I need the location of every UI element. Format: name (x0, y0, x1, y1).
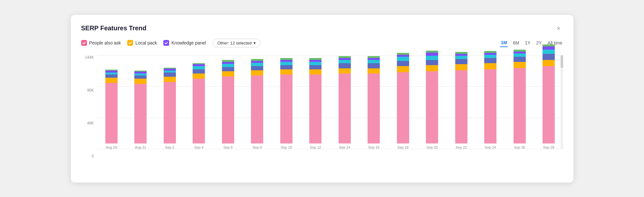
bar-stack[interactable] (339, 56, 351, 143)
bar-segment-pink (164, 82, 176, 143)
card-title: SERP Features Trend (81, 25, 147, 32)
bar-stack[interactable] (543, 44, 555, 143)
bar-segment-blue (164, 73, 176, 77)
legend-checkbox-people-also-ask (81, 40, 87, 46)
bar-segment-blue (514, 57, 526, 62)
bar-group: Sep 12 (301, 58, 330, 149)
x-axis-label: Sep 10 (281, 145, 292, 149)
bar-stack[interactable] (484, 51, 496, 143)
close-button[interactable]: × (554, 24, 563, 33)
x-axis-label: Sep 22 (456, 145, 467, 149)
bar-group: Sep 28 (534, 44, 563, 149)
time-range-6m[interactable]: 6M (512, 39, 520, 47)
bar-segment-orange (514, 62, 526, 68)
bar-group: Sep 6 (214, 60, 243, 149)
bar-group: Sep 24 (476, 51, 505, 149)
bar-segment-blue (105, 74, 118, 78)
legend-item-knowledge-panel[interactable]: Knowledge panel (163, 40, 206, 46)
bar-segment-blue (455, 59, 467, 64)
bar-segment-pink (543, 66, 555, 143)
bar-stack[interactable] (309, 58, 322, 143)
controls-row: People also ask Local pack Knowledge pan… (81, 39, 563, 47)
legend-item-people-also-ask[interactable]: People also ask (81, 40, 121, 46)
bar-group: Aug 31 (126, 71, 155, 149)
bar-segment-orange (543, 60, 555, 66)
bar-segment-pink (280, 74, 293, 143)
legend-checkbox-knowledge-panel (163, 40, 169, 46)
bar-segment-teal (193, 66, 205, 69)
bar-stack[interactable] (455, 52, 467, 143)
bar-group: Sep 18 (389, 53, 418, 149)
bar-segment-orange (484, 63, 496, 69)
bar-segment-pink (455, 70, 467, 143)
bar-segment-pink (368, 74, 380, 143)
bar-segment-pink (105, 83, 118, 143)
bar-segment-purple (426, 53, 438, 56)
bar-stack[interactable] (222, 60, 234, 143)
bar-segment-orange (134, 79, 147, 84)
bar-stack[interactable] (105, 70, 118, 143)
bar-group: Sep 20 (418, 51, 447, 149)
bar-stack[interactable] (514, 50, 526, 143)
bar-group: Sep 2 (156, 68, 184, 149)
bar-segment-orange (193, 74, 205, 79)
bar-segment-orange (280, 69, 293, 74)
bar-segment-teal (426, 56, 438, 60)
bar-segment-blue (222, 67, 234, 71)
bar-segment-pink (222, 76, 234, 143)
bar-segment-orange (309, 69, 322, 74)
bar-segment-pink (193, 79, 205, 143)
bar-stack[interactable] (193, 63, 205, 143)
x-axis-label: Sep 12 (310, 145, 321, 149)
bar-group: Sep 14 (331, 56, 359, 149)
bar-segment-orange (251, 70, 263, 75)
bar-segment-pink (339, 74, 351, 143)
scrollbar-thumb (561, 55, 563, 68)
bar-stack[interactable] (251, 59, 263, 143)
bar-segment-teal (339, 60, 351, 63)
legend-label-people-also-ask: People also ask (89, 40, 121, 45)
y-axis-label: 144K (85, 55, 94, 60)
bar-segment-blue (484, 58, 496, 63)
bar-segment-teal (368, 60, 380, 63)
x-axis-label: Sep 2 (165, 145, 174, 149)
bar-segment-blue (426, 60, 438, 65)
bar-stack[interactable] (426, 51, 438, 143)
x-axis-label: Sep 6 (223, 145, 233, 149)
bar-stack[interactable] (164, 68, 176, 143)
time-range-1y[interactable]: 1Y (524, 39, 531, 47)
bar-segment-teal (543, 50, 555, 54)
bar-segment-pink (426, 71, 438, 143)
bar-stack[interactable] (280, 58, 293, 143)
y-axis-label: 48K (87, 121, 94, 125)
bars-container: Aug 29Aug 31Sep 2Sep 4Sep 6Sep 8Sep 10Se… (97, 55, 563, 158)
time-range-1m[interactable]: 1M (500, 39, 507, 47)
legend-label-knowledge-panel: Knowledge panel (171, 40, 206, 45)
bar-stack[interactable] (397, 53, 409, 143)
y-axis-label: 96K (87, 88, 94, 93)
bar-segment-teal (455, 56, 467, 59)
x-axis-label: Sep 16 (368, 145, 380, 149)
serp-features-trend-card: SERP Features Trend × People also ask Lo… (71, 15, 573, 182)
x-axis-label: Sep 28 (543, 145, 554, 149)
bar-group: Sep 8 (243, 59, 272, 149)
scrollbar-track[interactable] (561, 55, 563, 149)
bar-segment-orange (339, 68, 351, 74)
bar-segment-blue (280, 65, 293, 69)
legend-item-local-pack[interactable]: Local pack (127, 40, 157, 46)
legend-group: People also ask Local pack Knowledge pan… (81, 39, 261, 47)
dropdown-label: Other: 12 selected (217, 41, 252, 45)
x-axis-label: Sep 8 (253, 145, 262, 149)
y-axis-label: 0 (92, 154, 94, 158)
bar-segment-teal (309, 62, 322, 65)
bar-group: Sep 26 (505, 50, 534, 149)
bar-segment-orange (368, 68, 380, 74)
bar-stack[interactable] (368, 56, 380, 143)
other-dropdown-button[interactable]: Other: 12 selected ▾ (213, 39, 261, 47)
bar-group: Aug 29 (97, 70, 126, 149)
bar-segment-orange (222, 71, 234, 76)
chevron-down-icon: ▾ (254, 41, 256, 45)
x-axis-label: Sep 20 (427, 145, 438, 149)
x-axis-label: Aug 31 (135, 145, 146, 149)
bar-stack[interactable] (134, 71, 147, 143)
